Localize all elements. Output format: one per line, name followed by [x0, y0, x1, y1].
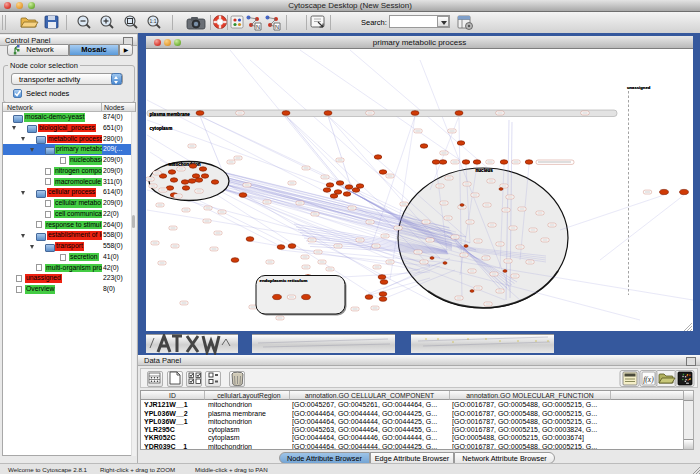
svg-text:f(x): f(x) — [643, 375, 654, 384]
svg-text:unassigned: unassigned — [627, 85, 651, 90]
svg-text:plasma membrane: plasma membrane — [150, 112, 191, 117]
svg-text:nucleus: nucleus — [476, 168, 494, 173]
svg-text:N: N — [256, 24, 260, 30]
svg-text:N: N — [275, 24, 279, 30]
svg-text:endoplasmic reticulum: endoplasmic reticulum — [260, 278, 308, 283]
svg-text:cytoplasm: cytoplasm — [150, 126, 173, 131]
svg-text:1:1: 1:1 — [150, 18, 157, 24]
